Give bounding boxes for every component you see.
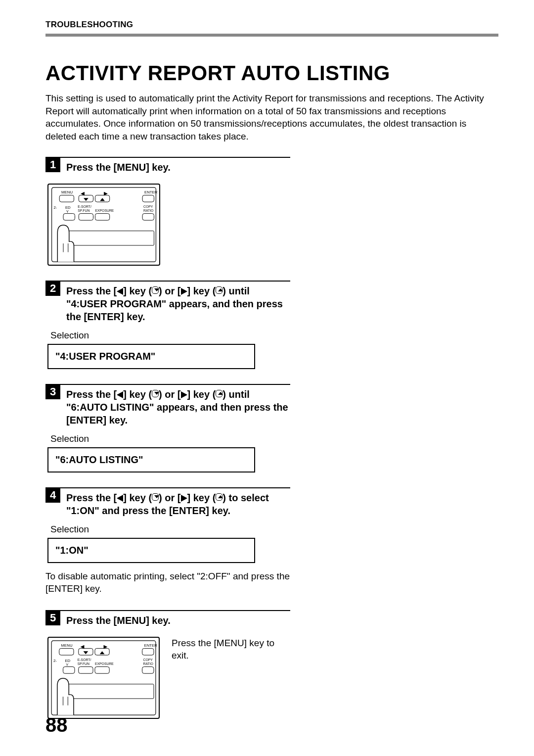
chapter-label: TROUBLESHOOTING [45,20,133,30]
step-1: 1 Press the [MENU] key. MENU ENTER 2- ED… [45,157,290,266]
selection-display: "1:ON" [47,538,255,563]
svg-text:EXPOSURE: EXPOSURE [95,208,114,212]
svg-text:EXPOSURE: EXPOSURE [95,662,114,665]
selection-label: Selection [50,330,290,341]
step-title: Press the [MENU] key. [60,611,171,630]
step-4: 4 Press the [] key () or [] key () to se… [45,487,290,595]
svg-text:E-SORT/: E-SORT/ [78,204,91,208]
svg-rect-21 [95,213,109,220]
svg-text:Y: Y [66,209,69,213]
svg-rect-3 [59,195,74,202]
up-key-icon [216,390,222,397]
svg-text:ENTER: ENTER [144,189,158,194]
page-number: 88 [45,714,68,736]
selection-label: Selection [50,433,290,444]
right-arrow-icon [181,288,187,295]
svg-rect-22 [142,213,154,220]
step-title: Press the [] key () or [] key () until "… [60,385,290,429]
left-arrow-icon [117,495,123,502]
left-arrow-icon [117,391,123,398]
step-title: Press the [] key () or [] key () to sele… [60,488,290,520]
svg-rect-10 [142,195,154,202]
step-5: 5 Press the [MENU] key. MENU ENTER 2- ED… [45,610,290,719]
control-panel-illustration: MENU ENTER 2- ED Y E-SORT/ SP.FUN EXPOSU… [47,184,160,266]
header-divider [45,34,498,37]
selection-display: "6:AUTO LISTING" [47,447,255,472]
step-title: Press the [] key () or [] key () until "… [60,282,290,326]
svg-text:ENTER: ENTER [144,643,157,647]
exit-text: Press the [MENU] key to exit. [172,637,290,662]
right-arrow-icon [181,391,187,398]
down-key-icon [152,493,159,501]
step-note: To disable automatic printing, select "2… [45,570,290,595]
svg-rect-19 [63,213,75,220]
svg-marker-35 [100,651,105,654]
svg-text:SP.FUN: SP.FUN [78,208,89,212]
svg-rect-48 [142,666,154,673]
svg-text:RATIO: RATIO [143,662,153,665]
selection-label: Selection [50,524,290,535]
left-arrow-icon [117,288,123,295]
svg-rect-45 [63,666,75,673]
step-number: 3 [45,384,60,399]
svg-text:MENU: MENU [61,643,73,647]
step-number: 5 [45,611,60,625]
right-arrow-icon [181,495,187,502]
step-3: 3 Press the [] key () or [] key () until… [45,384,290,472]
down-key-icon [152,286,159,294]
svg-text:RATIO: RATIO [143,208,153,212]
svg-rect-29 [59,648,74,655]
svg-text:E-SORT/: E-SORT/ [78,658,91,662]
svg-text:SP.FUN: SP.FUN [78,662,89,665]
intro-text: This setting is used to automatically pr… [45,92,498,143]
up-key-icon [216,493,222,501]
control-panel-illustration: MENU ENTER 2- ED Y E-SORT/ SP.FUN EXPOSU… [47,637,160,719]
up-key-icon [216,286,222,294]
step-2: 2 Press the [] key () or [] key () until… [45,281,290,369]
svg-text:Y: Y [66,662,69,666]
svg-text:2-: 2- [53,659,57,663]
svg-rect-36 [142,648,154,655]
step-number: 1 [45,157,60,172]
step-number: 4 [45,488,60,503]
svg-text:2-: 2- [54,205,57,209]
selection-display: "4:USER PROGRAM" [47,344,255,369]
svg-marker-33 [84,651,89,654]
svg-rect-20 [79,213,93,220]
step-title: Press the [MENU] key. [60,158,171,177]
svg-rect-47 [95,666,109,673]
svg-text:COPY: COPY [143,204,153,208]
down-key-icon [152,390,159,397]
svg-marker-9 [100,198,105,201]
svg-text:COPY: COPY [143,658,153,662]
step-number: 2 [45,281,60,296]
page-title: ACTIVITY REPORT AUTO LISTING [45,61,498,85]
svg-marker-7 [84,198,89,201]
svg-rect-46 [79,666,93,673]
svg-text:MENU: MENU [61,189,73,194]
